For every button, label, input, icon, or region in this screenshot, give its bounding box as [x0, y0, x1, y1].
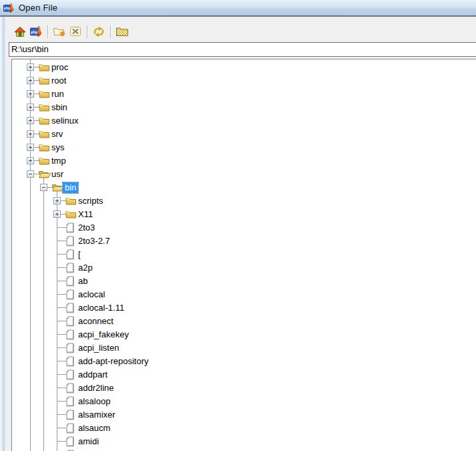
tree-row[interactable]: selinux: [12, 114, 476, 128]
file-icon[interactable]: [65, 249, 76, 260]
tree-row[interactable]: acpi_listen: [12, 341, 476, 355]
tree-row[interactable]: sbin: [12, 101, 476, 114]
tree-item-label[interactable]: aclocal: [76, 289, 107, 300]
folder-icon[interactable]: [39, 62, 49, 73]
title-bar[interactable]: php Open File: [0, 0, 476, 17]
tree-row[interactable]: aconnect: [12, 315, 476, 328]
tree-item-label[interactable]: proc: [49, 62, 70, 73]
file-icon[interactable]: [65, 276, 76, 287]
tree-item-label[interactable]: run: [49, 89, 66, 100]
tree-item-label[interactable]: X11: [76, 209, 95, 220]
file-icon[interactable]: [65, 236, 76, 247]
folder-icon[interactable]: [39, 129, 49, 140]
tree-row[interactable]: addr2line: [12, 382, 476, 395]
tree-item-label[interactable]: add-apt-repository: [76, 356, 151, 367]
tree-item-label[interactable]: acpi_listen: [76, 343, 121, 353]
tree-item-label[interactable]: usr: [49, 169, 65, 180]
tree-row[interactable]: alsamixer: [12, 408, 476, 422]
tree-item-label[interactable]: addpart: [76, 369, 109, 380]
expand-toggle-collapsed[interactable]: [27, 130, 34, 138]
new-folder-button[interactable]: [52, 24, 67, 39]
tree-item-label[interactable]: sys: [49, 142, 67, 153]
tree-row[interactable]: root: [12, 74, 476, 88]
refresh-button[interactable]: [91, 24, 106, 39]
file-icon[interactable]: [65, 263, 76, 273]
tree-item-label[interactable]: aclocal-1.11: [76, 303, 126, 313]
file-icon[interactable]: [65, 369, 76, 380]
tree-row[interactable]: X11: [12, 208, 476, 221]
folder-icon[interactable]: [65, 209, 76, 220]
tree-row[interactable]: srv: [12, 128, 476, 141]
tree-item-label[interactable]: alsaloop: [76, 396, 112, 407]
tree-row[interactable]: 2to3-2.7: [12, 235, 476, 248]
file-icon[interactable]: [65, 222, 76, 233]
tree-item-label[interactable]: alsamixer: [76, 410, 117, 420]
tree-row[interactable]: addpart: [12, 368, 476, 382]
tree-row[interactable]: add-apt-repository: [12, 355, 476, 368]
delete-button[interactable]: [68, 24, 83, 39]
tree-row[interactable]: amidi: [12, 435, 476, 448]
file-icon[interactable]: [65, 343, 76, 353]
expand-toggle-collapsed[interactable]: [27, 63, 34, 71]
tree-item-label[interactable]: 2to3: [76, 222, 97, 233]
file-icon[interactable]: [65, 436, 76, 447]
tree-item-label[interactable]: tmp: [49, 156, 68, 166]
tree-row[interactable]: a2p: [12, 261, 476, 275]
file-icon[interactable]: [65, 316, 76, 327]
php-home-button[interactable]: php: [29, 24, 43, 39]
file-icon[interactable]: [65, 383, 76, 394]
expand-toggle-collapsed[interactable]: [27, 144, 34, 151]
folder-open-icon[interactable]: [52, 182, 63, 193]
folder-icon[interactable]: [65, 196, 76, 206]
tree-item-label[interactable]: aconnect: [76, 316, 115, 327]
file-icon[interactable]: [65, 356, 76, 367]
browse-folder-button[interactable]: [115, 24, 130, 39]
tree-item-label[interactable]: sbin: [49, 102, 69, 113]
home-button[interactable]: [13, 24, 27, 39]
tree-row[interactable]: sys: [12, 141, 476, 154]
tree-row[interactable]: run: [12, 88, 476, 101]
tree-row[interactable]: proc: [12, 61, 476, 74]
expand-toggle-collapsed[interactable]: [27, 77, 34, 84]
folder-icon[interactable]: [39, 76, 49, 86]
tree-row[interactable]: ab: [12, 275, 476, 288]
tree-row[interactable]: scripts: [12, 194, 476, 208]
tree-item-label[interactable]: srv: [49, 129, 65, 140]
file-icon[interactable]: [65, 303, 76, 313]
file-icon[interactable]: [65, 329, 76, 340]
expand-toggle-collapsed[interactable]: [53, 197, 61, 204]
expand-toggle-collapsed[interactable]: [27, 104, 34, 111]
file-icon[interactable]: [65, 289, 76, 300]
file-icon[interactable]: [65, 423, 76, 434]
expand-toggle-collapsed[interactable]: [27, 90, 34, 98]
folder-icon[interactable]: [39, 156, 49, 166]
tree-row[interactable]: [: [12, 248, 476, 261]
file-icon[interactable]: [65, 396, 76, 407]
tree-row[interactable]: aclocal-1.11: [12, 301, 476, 315]
expand-toggle-expanded[interactable]: [27, 170, 34, 178]
expand-toggle-collapsed[interactable]: [27, 157, 34, 164]
folder-icon[interactable]: [39, 89, 49, 100]
tree-item-label[interactable]: 2to3-2.7: [76, 236, 112, 247]
address-input[interactable]: [9, 42, 476, 57]
tree-row[interactable]: acpi_fakekey: [12, 328, 476, 341]
tree-item-label[interactable]: ab: [76, 276, 89, 287]
tree-item-label[interactable]: [: [76, 249, 83, 260]
tree-row[interactable]: alsaucm: [12, 422, 476, 435]
tree-row[interactable]: [12, 448, 476, 451]
folder-open-icon[interactable]: [39, 169, 49, 180]
tree-row[interactable]: bin: [12, 181, 476, 194]
folder-icon[interactable]: [39, 116, 49, 126]
tree-row[interactable]: alsaloop: [12, 395, 476, 408]
tree-item-label[interactable]: addr2line: [76, 383, 116, 394]
tree-item-label[interactable]: scripts: [76, 196, 105, 206]
expand-toggle-collapsed[interactable]: [27, 117, 34, 124]
folder-icon[interactable]: [39, 142, 49, 153]
tree-item-label[interactable]: selinux: [49, 116, 80, 126]
tree-row[interactable]: 2to3: [12, 221, 476, 235]
file-icon[interactable]: [65, 410, 76, 420]
folder-icon[interactable]: [39, 102, 49, 113]
tree-item-label[interactable]: acpi_fakekey: [76, 329, 131, 340]
tree-row[interactable]: usr: [12, 168, 476, 181]
tree-item-label[interactable]: amidi: [76, 436, 101, 447]
